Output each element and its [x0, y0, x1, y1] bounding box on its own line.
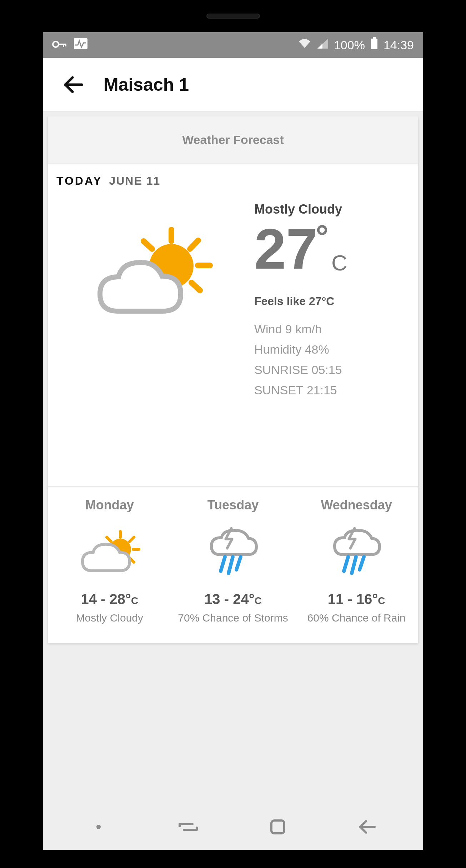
svg-line-13	[191, 283, 200, 290]
forecast-temp: 14 - 28°C	[51, 591, 169, 607]
forecast-cell-tuesday[interactable]: Tuesday	[171, 498, 295, 625]
card-header: Weather Forecast	[48, 116, 418, 164]
svg-line-25	[344, 557, 348, 571]
weather-card: Weather Forecast TODAY JUNE 11	[48, 116, 418, 643]
partly-cloudy-icon	[51, 523, 169, 580]
activity-icon	[74, 38, 88, 52]
partly-cloudy-icon	[89, 223, 218, 327]
app-bar: Maisach 1	[43, 58, 423, 111]
wind-value: Wind 9 km/h	[254, 322, 410, 336]
phone-frame: 100% 14:39 Maisach 1 Weather Forecast	[32, 0, 434, 868]
forecast-condition: 60% Chance of Rain	[297, 611, 415, 625]
battery-icon	[370, 37, 379, 53]
today-section: TODAY JUNE 11	[48, 164, 418, 487]
battery-percent: 100%	[334, 38, 365, 52]
forecast-row: Monday	[48, 487, 418, 643]
svg-rect-3	[65, 44, 66, 46]
svg-line-27	[360, 557, 364, 570]
sunset-value: SUNSET 21:15	[254, 383, 410, 397]
forecast-cell-monday[interactable]: Monday	[48, 498, 171, 625]
thunder-rain-icon	[174, 523, 292, 580]
today-details: Mostly Cloudy 27 ° C Feels like 27°C Win…	[254, 198, 410, 397]
svg-line-14	[144, 241, 152, 249]
svg-line-20	[107, 537, 111, 542]
temp-value: 27	[254, 220, 318, 278]
svg-line-24	[236, 557, 241, 570]
page-body: Weather Forecast TODAY JUNE 11	[43, 111, 423, 648]
svg-rect-8	[373, 37, 376, 39]
svg-line-23	[229, 557, 233, 573]
forecast-condition: 70% Chance of Storms	[174, 611, 292, 625]
svg-line-22	[221, 557, 225, 571]
status-time: 14:39	[384, 38, 414, 52]
forecast-temp: 11 - 16°C	[297, 591, 415, 607]
screen: 100% 14:39 Maisach 1 Weather Forecast	[43, 32, 423, 850]
today-date-value: JUNE 11	[109, 174, 160, 187]
svg-rect-1	[58, 44, 66, 45]
page-title: Maisach 1	[104, 74, 189, 95]
svg-line-17	[130, 537, 134, 542]
nav-recents-button[interactable]	[167, 814, 210, 839]
forecast-day: Tuesday	[174, 498, 292, 513]
humidity-value: Humidity 48%	[254, 343, 410, 356]
svg-rect-7	[371, 39, 377, 49]
cellular-icon	[317, 38, 329, 52]
thunder-rain-icon	[297, 523, 415, 580]
svg-point-0	[53, 41, 59, 47]
nav-dot-button[interactable]	[77, 814, 120, 839]
svg-rect-29	[271, 820, 284, 833]
nav-home-button[interactable]	[256, 814, 299, 839]
svg-line-11	[190, 240, 198, 249]
forecast-day: Monday	[51, 498, 169, 513]
back-button[interactable]	[57, 69, 89, 101]
wifi-icon	[297, 38, 312, 52]
forecast-cell-wednesday[interactable]: Wednesday	[295, 498, 418, 625]
forecast-temp: 13 - 24°C	[174, 591, 292, 607]
today-temperature: 27 ° C	[254, 220, 410, 278]
svg-marker-6	[317, 44, 322, 49]
temp-degree: °	[316, 220, 329, 278]
sunrise-value: SUNRISE 05:15	[254, 363, 410, 377]
forecast-day: Wednesday	[297, 498, 415, 513]
feels-like: Feels like 27°C	[254, 295, 410, 308]
svg-rect-2	[63, 44, 64, 47]
arrow-left-icon	[62, 73, 85, 96]
vpn-key-icon	[52, 38, 68, 52]
temp-unit: C	[331, 250, 347, 278]
nav-back-button[interactable]	[346, 814, 389, 839]
system-nav-bar	[43, 804, 423, 850]
status-bar: 100% 14:39	[43, 32, 423, 58]
today-condition: Mostly Cloudy	[254, 202, 410, 217]
phone-speaker	[206, 14, 260, 19]
today-label: TODAY	[56, 174, 102, 187]
svg-line-26	[352, 557, 356, 573]
today-date: TODAY JUNE 11	[56, 174, 410, 188]
svg-point-28	[96, 825, 101, 829]
today-weather-icon	[56, 198, 251, 397]
forecast-condition: Mostly Cloudy	[51, 611, 169, 625]
